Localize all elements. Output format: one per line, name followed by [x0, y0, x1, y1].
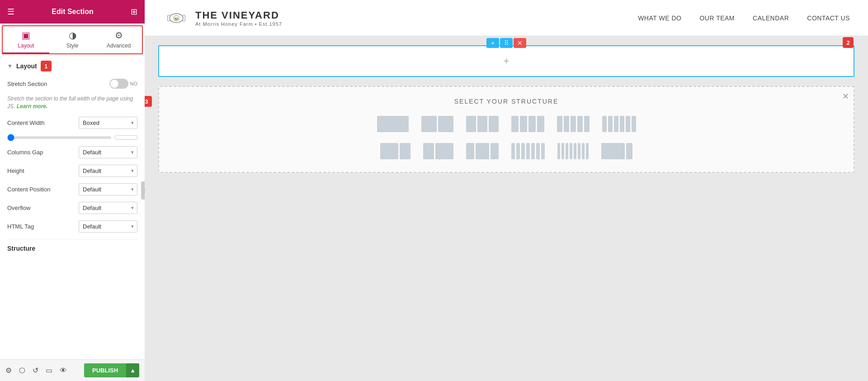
overflow-label: Overflow — [7, 205, 30, 211]
hamburger-icon[interactable]: ☰ — [7, 7, 14, 17]
structure-4col[interactable] — [509, 114, 546, 134]
stretch-toggle[interactable] — [109, 79, 128, 89]
grid-icon[interactable]: ⊞ — [131, 7, 137, 17]
structure-3col[interactable] — [464, 114, 500, 134]
style-icon: ◑ — [69, 30, 76, 41]
nav-our-team[interactable]: OUR TEAM — [699, 14, 735, 22]
structure-1-2[interactable] — [378, 141, 412, 161]
stretch-info: Stretch the section to the full width of… — [7, 95, 137, 110]
logo-svg: 🐝 — [164, 7, 189, 29]
tab-style-label: Style — [66, 43, 79, 49]
tab-layout-label: Layout — [18, 43, 34, 49]
tab-advanced[interactable]: ⚙ Advanced — [95, 26, 142, 53]
html-tag-row: HTML Tag Default div header footer secti… — [7, 220, 137, 233]
step-badge-1: 1 — [41, 61, 52, 71]
overflow-select-wrap: Default Hidden — [79, 202, 137, 214]
content-width-row: Content Width Boxed Full Width — [7, 117, 137, 129]
structure-asym[interactable] — [599, 141, 634, 161]
content-width-select-wrap: Boxed Full Width — [79, 117, 137, 129]
panel-footer: ⚙ ⬡ ↺ ▭ 👁 PUBLISH ▲ — [0, 359, 145, 381]
slider-value — [115, 135, 137, 140]
stretch-section-row: Stretch Section NO — [7, 79, 137, 89]
columns-gap-label: Columns Gap — [7, 149, 43, 156]
nav-what-we-do[interactable]: WHAT WE DO — [638, 14, 681, 22]
publish-dropdown-button[interactable]: ▲ — [126, 363, 139, 377]
panel-title: Edit Section — [52, 8, 93, 16]
toolbar-add-btn[interactable]: + — [486, 38, 499, 48]
left-panel: ☰ Edit Section ⊞ ▣ Layout ◑ Style ⚙ Adva… — [0, 0, 145, 381]
footer-icons: ⚙ ⬡ ↺ ▭ 👁 — [5, 366, 67, 375]
structure-thin[interactable] — [556, 141, 590, 161]
html-tag-label: HTML Tag — [7, 223, 34, 230]
structure-5col[interactable] — [555, 114, 591, 134]
nav-contact-us[interactable]: CONTACT US — [807, 14, 850, 22]
html-tag-select[interactable]: Default div header footer section — [79, 220, 137, 233]
settings-icon[interactable]: ⚙ — [5, 366, 12, 375]
structure-row-2 — [173, 141, 840, 161]
logo-emblem: 🐝 — [163, 5, 190, 30]
structure-picker-label: SELECT YOUR STRUCTURE — [173, 98, 840, 105]
advanced-icon: ⚙ — [115, 30, 123, 41]
height-select[interactable]: Default Fit To Screen Min Height — [79, 165, 137, 177]
site-navbar: 🐝 THE VINEYARD At Morris Honey Farm • Es… — [145, 0, 868, 36]
layout-section-header: ▼ Layout 1 — [7, 61, 137, 71]
step-badge-3: 3 — [145, 96, 152, 107]
nav-calendar[interactable]: CALENDAR — [753, 14, 789, 22]
stretch-toggle-wrap: NO — [109, 79, 138, 89]
eye-icon[interactable]: 👁 — [60, 367, 67, 375]
height-select-wrap: Default Fit To Screen Min Height — [79, 165, 137, 177]
history-icon[interactable]: ↺ — [33, 366, 38, 375]
width-slider[interactable] — [7, 137, 111, 138]
layers-icon[interactable]: ⬡ — [19, 366, 25, 375]
logo-name: THE VINEYARD — [195, 10, 282, 21]
canvas-area: 2 + ⠿ ✕ + 3 ✕ SELECT YOUR STRUCTURE — [145, 36, 868, 381]
structure-picker: 3 ✕ SELECT YOUR STRUCTURE — [158, 86, 854, 173]
svg-text:🐝: 🐝 — [174, 16, 179, 21]
learn-more-link[interactable]: Learn more. — [17, 103, 48, 110]
responsive-icon[interactable]: ▭ — [46, 366, 52, 375]
content-width-select[interactable]: Boxed Full Width — [79, 117, 137, 129]
layout-icon: ▣ — [22, 30, 30, 41]
structure-grid — [173, 114, 840, 161]
logo-sub: At Morris Honey Farm • Est.1957 — [195, 21, 282, 27]
publish-button[interactable]: PUBLISH — [84, 363, 126, 377]
section-toolbar: + ⠿ ✕ — [486, 38, 526, 48]
width-slider-wrap — [7, 135, 137, 140]
structure-6col[interactable] — [600, 114, 638, 134]
tab-layout[interactable]: ▣ Layout — [3, 26, 49, 53]
section-add-btn[interactable]: + — [504, 55, 509, 67]
overflow-select[interactable]: Default Hidden — [79, 202, 137, 214]
columns-gap-select-wrap: Default No Gap Narrow Extended — [79, 146, 137, 158]
active-section[interactable]: 2 + ⠿ ✕ + — [158, 45, 854, 77]
overflow-row: Overflow Default Hidden — [7, 202, 137, 214]
content-width-label: Content Width — [7, 119, 44, 126]
logo-text: THE VINEYARD At Morris Honey Farm • Est.… — [195, 10, 282, 27]
structure-2col[interactable] — [420, 114, 455, 134]
step-badge-2: 2 — [843, 37, 854, 48]
layout-section-label: Layout — [16, 62, 37, 70]
structure-2-1[interactable] — [421, 141, 455, 161]
html-tag-select-wrap: Default div header footer section — [79, 220, 137, 233]
structure-close-btn[interactable]: ✕ — [842, 91, 849, 101]
toolbar-close-btn[interactable]: ✕ — [514, 38, 526, 48]
panel-content: ▼ Layout 1 Stretch Section NO Stretch th… — [0, 56, 145, 359]
panel-tabs: ▣ Layout ◑ Style ⚙ Advanced — [2, 25, 143, 54]
content-position-select[interactable]: Default Top Middle Bottom — [79, 183, 137, 195]
right-content: 🐝 THE VINEYARD At Morris Honey Farm • Es… — [145, 0, 868, 381]
structure-section-title: Structure — [7, 245, 137, 252]
structure-1col[interactable] — [375, 114, 410, 134]
content-position-select-wrap: Default Top Middle Bottom — [79, 183, 137, 195]
stretch-section-label: Stretch Section — [7, 81, 47, 87]
height-label: Height — [7, 167, 24, 174]
panel-header: ☰ Edit Section ⊞ — [0, 0, 145, 24]
structure-7col[interactable] — [509, 141, 547, 161]
content-position-label: Content Position — [7, 186, 50, 193]
tab-style[interactable]: ◑ Style — [49, 26, 96, 53]
content-position-row: Content Position Default Top Middle Bott… — [7, 183, 137, 195]
columns-gap-select[interactable]: Default No Gap Narrow Extended — [79, 146, 137, 158]
structure-1-2-1[interactable] — [464, 141, 500, 161]
publish-wrap: PUBLISH ▲ — [84, 363, 139, 377]
columns-gap-row: Columns Gap Default No Gap Narrow Extend… — [7, 146, 137, 158]
toggle-off-label: NO — [130, 81, 138, 86]
toolbar-move-btn[interactable]: ⠿ — [500, 38, 513, 48]
